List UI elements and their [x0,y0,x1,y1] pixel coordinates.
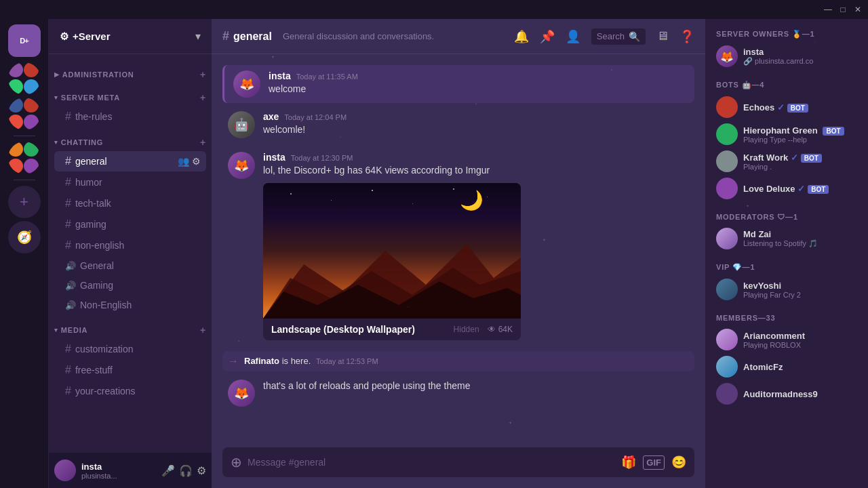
emoji-button[interactable]: 😊 [671,455,686,470]
message-1: 🦊 insta Today at 11:35 AM welcome [222,65,694,103]
minimize-button[interactable]: — [823,5,833,14]
embed-hidden-label: Hidden [454,325,479,334]
message-input[interactable] [248,450,616,474]
input-add-button[interactable]: ⊕ [231,454,242,470]
channel-non-english[interactable]: # non-english [54,235,206,256]
user-name: insta [81,462,156,472]
category-media[interactable]: ▾ Media + [49,315,212,338]
rp-member-auditormadness9[interactable]: Auditormadness9 [711,380,863,407]
rail-server-icon-3[interactable] [8,142,41,174]
rp-info-auditormadness9: Auditormadness9 [743,389,857,399]
message-2: 🤖 axe Today at 12:04 PM welcomle! [222,106,694,144]
channel-name-voice-non-english: Non-English [80,300,132,310]
check-icon-echoes: ✓ [777,102,785,113]
message-1-text: welcome [269,83,689,96]
rp-section-members: Members—33 Ariancomment Playing ROBLOX A… [711,311,863,407]
maximize-button[interactable]: □ [838,5,848,14]
rp-member-love-deluxe[interactable]: Love Deluxe ✓BOT [711,175,863,202]
channel-settings-icon[interactable]: ⚙ [192,156,201,167]
pin-icon[interactable]: 📌 [540,29,555,44]
message-3-body: insta Today at 12:30 PM lol, the Discord… [263,152,689,343]
rp-member-atomicfz[interactable]: AtomicFz [711,353,863,380]
user-controls: 🎤 🎧 ⚙ [161,464,206,477]
voice-icon-non-english: 🔊 [65,300,76,310]
rp-name-ariancomment: Ariancomment [743,331,857,341]
channel-humor[interactable]: # humor [54,172,206,192]
image-embed[interactable]: 🌙 Landscape (Desktop Wallpaper) Hidden [263,183,521,340]
channel-hash-icon: # [222,29,229,43]
add-server-button[interactable]: + [8,186,41,218]
rp-name-auditormadness9: Auditormadness9 [743,389,857,399]
category-arrow-meta: ▾ [54,94,58,101]
chat-header-icons: 🔔 📌 👤 Search 🔍 🖥 ❓ [514,28,694,45]
message-2-header: axe Today at 12:04 PM [263,111,689,122]
channel-tech-talk[interactable]: # tech-talk [54,193,206,214]
rp-member-ariancomment[interactable]: Ariancomment Playing ROBLOX [711,326,863,353]
explore-button[interactable]: 🧭 [8,221,41,253]
mute-button[interactable]: 🎤 [161,464,175,477]
channel-name-the-rules: the-rules [75,111,112,122]
user-settings-button[interactable]: ⚙ [197,464,206,477]
input-actions: 🎁 GIF 😊 [621,455,686,470]
rp-member-echoes[interactable]: Echoes ✓BOT [711,94,863,121]
channel-your-creations[interactable]: # your-creations [54,381,206,401]
message-5-text: that's a lot of reloads and people using… [263,380,689,393]
user-bar: insta plusinsta... 🎤 🎧 ⚙ [49,453,212,488]
channel-the-rules[interactable]: # the-rules [54,106,206,127]
embed-views: 👁 64K [488,325,513,334]
rp-info-atomicfz: AtomicFz [743,362,857,372]
gift-icon[interactable]: 🎁 [621,455,636,470]
category-server-meta[interactable]: ▾ Server Meta + [49,83,212,106]
members-icon[interactable]: 👤 [566,29,580,44]
notifications-icon[interactable]: 🔔 [514,29,529,44]
message-input-box: ⊕ 🎁 GIF 😊 [222,447,694,477]
user-info: insta plusinsta... [81,462,156,480]
gif-button[interactable]: GIF [643,455,665,470]
category-chatting[interactable]: ▾ Chatting + [49,127,212,150]
channel-customization[interactable]: # customization [54,339,206,359]
rp-member-insta[interactable]: 🦊 insta 🔗 plusinsta.carrd.co [711,43,863,70]
channel-members-icon[interactable]: 👥 [178,156,189,167]
message-3-author: insta [263,152,285,163]
rp-avatar-love-deluxe [716,178,738,199]
channel-name-your-creations: your-creations [75,386,136,396]
message-3-text: lol, the Discord+ bg has 64K views accor… [263,164,689,178]
rp-member-kraft[interactable]: Kraft Work ✓BOT Playing . [711,148,863,175]
channel-voice-gaming[interactable]: 🔊 Gaming [54,276,206,295]
system-message: → Rafinato is here. Today at 12:53 PM [222,351,694,371]
rp-member-kevyoshi[interactable]: kevYoshi Playing Far Cry 2 [711,276,863,303]
bot-badge-echoes: BOT [787,104,808,113]
search-box[interactable]: Search 🔍 [591,28,646,45]
inbox-icon[interactable]: 🖥 [656,29,669,43]
rp-name-atomicfz: AtomicFz [743,362,857,372]
server-header[interactable]: ⚙ +Server ▾ [49,19,212,54]
channel-free-stuff[interactable]: # free-stuff [54,360,206,380]
rail-server-icon-2[interactable] [8,98,41,130]
channel-general[interactable]: # general 👥 ⚙ [54,151,206,171]
channel-voice-general[interactable]: 🔊 General [54,256,206,275]
rp-member-info-insta: insta 🔗 plusinsta.carrd.co [743,47,857,66]
message-1-body: insta Today at 11:35 AM welcome [269,70,689,98]
category-add-chatting[interactable]: + [200,137,206,148]
deafen-button[interactable]: 🎧 [179,464,193,477]
category-add-server-meta[interactable]: + [200,92,206,103]
category-add-media[interactable]: + [200,325,206,336]
discord-plus-logo[interactable]: D+ [8,24,41,57]
channel-name-customization: customization [75,344,134,354]
channel-gaming[interactable]: # gaming [54,214,206,235]
check-icon-love: ✓ [797,184,805,194]
rp-member-md-zai[interactable]: Md Zai Listening to Spotify 🎵 [711,225,863,252]
category-add-administration[interactable]: + [200,69,206,80]
rail-server-icon-1[interactable] [8,62,41,95]
rp-name-kraft: Kraft Work ✓BOT [743,152,857,163]
close-button[interactable]: ✕ [853,5,863,14]
rp-section-moderators: Moderators 🛡—1 Md Zai Listening to Spoti… [711,210,863,252]
rp-name-kevyoshi: kevYoshi [743,281,857,291]
rp-info-love-deluxe: Love Deluxe ✓BOT [743,184,857,194]
help-icon[interactable]: ❓ [679,29,694,44]
rp-member-hierophant[interactable]: Hierophant Green BOT Playing Type --help [711,121,863,148]
rp-title-moderators: Moderators 🛡—1 [711,210,863,225]
channel-voice-non-english[interactable]: 🔊 Non-English [54,296,206,314]
category-administration[interactable]: ▶ Administration + [49,60,212,83]
hash-icon-non-english: # [65,239,71,251]
